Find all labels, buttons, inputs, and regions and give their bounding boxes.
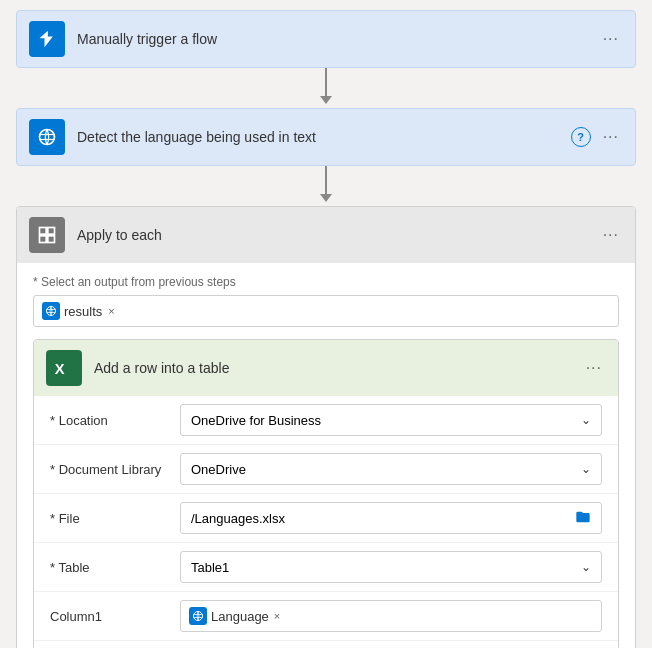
file-label: * File bbox=[50, 511, 180, 526]
language-tag-remove[interactable]: × bbox=[274, 610, 280, 622]
svg-rect-3 bbox=[40, 228, 47, 235]
language-tag: Language × bbox=[189, 607, 280, 625]
trigger-title: Manually trigger a flow bbox=[77, 31, 599, 47]
column1-tag-field[interactable]: Language × bbox=[180, 600, 602, 632]
output-label-text: * Select an output from previous steps bbox=[33, 275, 236, 289]
apply-each-container: Apply to each ··· * Select an output fro… bbox=[16, 206, 636, 648]
document-library-label: * Document Library bbox=[50, 462, 180, 477]
apply-each-body: * Select an output from previous steps r… bbox=[17, 263, 635, 648]
file-browse-icon[interactable] bbox=[575, 509, 591, 528]
table-select-text: Table1 bbox=[191, 560, 229, 575]
file-path-text: /Languages.xlsx bbox=[191, 511, 285, 526]
add-row-header: X Add a row into a table ··· bbox=[34, 340, 618, 396]
file-field[interactable]: /Languages.xlsx bbox=[180, 502, 602, 534]
language-detect-step: Detect the language being used in text ?… bbox=[16, 108, 636, 166]
trigger-menu-button[interactable]: ··· bbox=[599, 28, 623, 50]
svg-rect-4 bbox=[48, 228, 55, 235]
svg-point-11 bbox=[194, 612, 203, 621]
language-detect-icon bbox=[29, 119, 65, 155]
arrow-head-2 bbox=[320, 194, 332, 202]
arrow-head-1 bbox=[320, 96, 332, 104]
apply-each-menu-button[interactable]: ··· bbox=[599, 224, 623, 246]
trigger-actions: ··· bbox=[599, 28, 623, 50]
results-tag-icon bbox=[42, 302, 60, 320]
svg-rect-6 bbox=[48, 236, 55, 243]
location-row: * Location OneDrive for Business ⌄ bbox=[34, 396, 618, 445]
excel-icon: X bbox=[46, 350, 82, 386]
document-library-chevron-icon: ⌄ bbox=[581, 462, 591, 476]
document-library-value: OneDrive ⌄ bbox=[180, 453, 602, 485]
column1-value: Language × bbox=[180, 600, 602, 632]
file-value: /Languages.xlsx bbox=[180, 502, 602, 534]
add-row-actions: ··· bbox=[582, 357, 606, 379]
results-tag: results × bbox=[42, 302, 115, 320]
location-select-text: OneDrive for Business bbox=[191, 413, 321, 428]
column1-label-text: Column1 bbox=[50, 609, 102, 624]
document-library-select[interactable]: OneDrive ⌄ bbox=[180, 453, 602, 485]
svg-rect-5 bbox=[40, 236, 47, 243]
column1-row: Column1 bbox=[34, 592, 618, 641]
add-row-body: * Location OneDrive for Business ⌄ * D bbox=[34, 396, 618, 648]
add-row-card: X Add a row into a table ··· * Location bbox=[33, 339, 619, 648]
apply-each-icon bbox=[29, 217, 65, 253]
table-label: * Table bbox=[50, 560, 180, 575]
trigger-icon bbox=[29, 21, 65, 57]
arrow-1 bbox=[320, 68, 332, 108]
table-value: Table1 ⌄ bbox=[180, 551, 602, 583]
svg-point-0 bbox=[40, 130, 55, 145]
document-library-row: * Document Library OneDrive ⌄ bbox=[34, 445, 618, 494]
trigger-step: Manually trigger a flow ··· bbox=[16, 10, 636, 68]
table-row: * Table Table1 ⌄ bbox=[34, 543, 618, 592]
svg-text:X: X bbox=[55, 361, 65, 377]
table-chevron-icon: ⌄ bbox=[581, 560, 591, 574]
add-row-menu-button[interactable]: ··· bbox=[582, 357, 606, 379]
document-library-label-text: * Document Library bbox=[50, 462, 161, 477]
language-detect-actions: ? ··· bbox=[571, 126, 623, 148]
language-detect-menu-button[interactable]: ··· bbox=[599, 126, 623, 148]
location-label-text: * Location bbox=[50, 413, 108, 428]
results-tag-remove[interactable]: × bbox=[108, 305, 114, 317]
file-row: * File /Languages.xlsx bbox=[34, 494, 618, 543]
output-label: * Select an output from previous steps bbox=[33, 275, 619, 289]
column2-row: Column2 bbox=[34, 641, 618, 648]
language-tag-text: Language bbox=[211, 609, 269, 624]
flow-canvas: Manually trigger a flow ··· Detect the l… bbox=[0, 0, 652, 648]
file-label-text: * File bbox=[50, 511, 80, 526]
output-tag-container[interactable]: results × bbox=[33, 295, 619, 327]
column1-label: Column1 bbox=[50, 609, 180, 624]
document-library-select-text: OneDrive bbox=[191, 462, 246, 477]
arrow-line-1 bbox=[325, 68, 327, 96]
arrow-2 bbox=[320, 166, 332, 206]
location-chevron-icon: ⌄ bbox=[581, 413, 591, 427]
svg-point-7 bbox=[47, 307, 56, 316]
add-row-title: Add a row into a table bbox=[94, 360, 582, 376]
language-detect-title: Detect the language being used in text bbox=[77, 129, 571, 145]
table-label-text: * Table bbox=[50, 560, 90, 575]
help-button[interactable]: ? bbox=[571, 127, 591, 147]
language-tag-icon bbox=[189, 607, 207, 625]
arrow-line-2 bbox=[325, 166, 327, 194]
table-select[interactable]: Table1 ⌄ bbox=[180, 551, 602, 583]
apply-each-header: Apply to each ··· bbox=[17, 207, 635, 263]
results-tag-text: results bbox=[64, 304, 102, 319]
apply-each-title: Apply to each bbox=[77, 227, 599, 243]
location-select[interactable]: OneDrive for Business ⌄ bbox=[180, 404, 602, 436]
location-label: * Location bbox=[50, 413, 180, 428]
apply-each-actions: ··· bbox=[599, 224, 623, 246]
location-value: OneDrive for Business ⌄ bbox=[180, 404, 602, 436]
